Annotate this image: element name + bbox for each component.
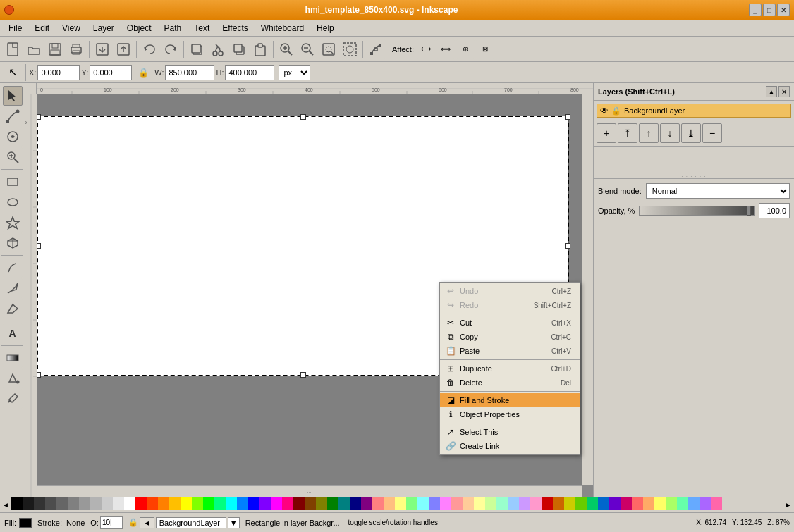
ctx-create-link[interactable]: 🔗 Create Link bbox=[440, 439, 580, 453]
palette-color-cell[interactable] bbox=[440, 497, 451, 510]
ctx-duplicate[interactable]: ⊞ Duplicate Ctrl+D bbox=[440, 361, 580, 376]
ellipse-tool[interactable] bbox=[3, 192, 23, 212]
canvas-scroll-bottom[interactable]: ··· bbox=[37, 485, 582, 497]
palette-color-cell[interactable] bbox=[429, 497, 440, 510]
palette-color-cell[interactable] bbox=[463, 497, 474, 510]
menu-path[interactable]: Path bbox=[159, 22, 188, 35]
3dbox-tool[interactable] bbox=[3, 233, 23, 253]
palette-color-cell[interactable] bbox=[508, 497, 519, 510]
dropper-tool[interactable] bbox=[3, 389, 23, 409]
layers-panel-expand[interactable]: ▲ bbox=[766, 86, 777, 97]
zoom-tool[interactable] bbox=[3, 147, 23, 167]
maximize-button[interactable]: □ bbox=[763, 4, 776, 16]
affect-all-button[interactable]: ⊠ bbox=[476, 39, 494, 59]
ctx-delete[interactable]: 🗑 Delete Del bbox=[440, 376, 580, 390]
palette-color-cell[interactable] bbox=[485, 497, 496, 510]
layer-visibility-icon[interactable]: 👁 bbox=[600, 106, 609, 116]
import-button[interactable] bbox=[92, 39, 112, 59]
layer-lower-to-bottom-button[interactable]: ⤓ bbox=[681, 123, 701, 143]
palette-color-cell[interactable] bbox=[181, 497, 192, 510]
select-tool[interactable] bbox=[3, 86, 23, 106]
layer-lock-icon[interactable]: 🔒 bbox=[611, 106, 621, 116]
palette-color-cell[interactable] bbox=[417, 497, 429, 510]
palette-color-cell[interactable] bbox=[654, 497, 666, 510]
palette-color-cell[interactable] bbox=[192, 497, 203, 510]
star-tool[interactable] bbox=[3, 213, 23, 233]
palette-color-cell[interactable] bbox=[406, 497, 417, 510]
close-button[interactable]: ✕ bbox=[777, 4, 790, 16]
zoom-in-button[interactable] bbox=[276, 39, 296, 59]
palette-color-cell[interactable] bbox=[711, 497, 722, 510]
opacity-status-input[interactable] bbox=[100, 516, 123, 529]
layer-lower-button[interactable]: ↓ bbox=[660, 123, 680, 143]
save-button[interactable] bbox=[45, 39, 65, 59]
palette-color-cell[interactable] bbox=[214, 497, 226, 510]
palette-color-cell[interactable] bbox=[564, 497, 575, 510]
palette-color-cell[interactable] bbox=[169, 497, 181, 510]
paste-button[interactable] bbox=[250, 39, 270, 59]
palette-color-cell[interactable] bbox=[361, 497, 372, 510]
palette-color-cell[interactable] bbox=[700, 497, 711, 510]
palette-color-cell[interactable] bbox=[124, 497, 135, 510]
canvas-scroll-right[interactable] bbox=[582, 94, 593, 485]
print-button[interactable] bbox=[66, 39, 86, 59]
canvas-area[interactable]: 0 100 200 300 400 500 600 700 80 bbox=[25, 83, 593, 497]
palette-color-cell[interactable] bbox=[158, 497, 169, 510]
opacity-slider[interactable] bbox=[639, 206, 755, 216]
undo-button[interactable] bbox=[140, 39, 159, 59]
palette-color-cell[interactable] bbox=[305, 497, 316, 510]
palette-color-cell[interactable] bbox=[598, 497, 609, 510]
duplicate-button[interactable] bbox=[187, 39, 207, 59]
palette-color-cell[interactable] bbox=[79, 497, 90, 510]
palette-scroll-right[interactable]: ► bbox=[783, 497, 794, 513]
palette-color-cell[interactable] bbox=[271, 497, 282, 510]
menu-edit[interactable]: Edit bbox=[29, 22, 55, 35]
menu-object[interactable]: Object bbox=[121, 22, 157, 35]
ctx-select-this[interactable]: ↗ Select This bbox=[440, 425, 580, 439]
open-button[interactable] bbox=[24, 39, 44, 59]
layer-raise-button[interactable]: ↑ bbox=[639, 123, 659, 143]
layer-delete-button[interactable]: − bbox=[702, 123, 722, 143]
palette-color-cell[interactable] bbox=[451, 497, 463, 510]
palette-color-cell[interactable] bbox=[372, 497, 384, 510]
palette-color-cell[interactable] bbox=[102, 497, 113, 510]
palette-color-cell[interactable] bbox=[632, 497, 643, 510]
palette-color-cell[interactable] bbox=[338, 497, 350, 510]
export-button[interactable] bbox=[114, 39, 133, 59]
palette-color-cell[interactable] bbox=[384, 497, 395, 510]
palette-color-cell[interactable] bbox=[530, 497, 542, 510]
palette-color-cell[interactable] bbox=[327, 497, 338, 510]
ctx-cut[interactable]: ✂ Cut Ctrl+X bbox=[440, 316, 580, 330]
menu-help[interactable]: Help bbox=[311, 22, 340, 35]
ctx-paste[interactable]: 📋 Paste Ctrl+V bbox=[440, 344, 580, 358]
palette-color-cell[interactable] bbox=[282, 497, 293, 510]
palette-color-cell[interactable] bbox=[56, 497, 68, 510]
redo-button[interactable] bbox=[161, 39, 181, 59]
palette-color-cell[interactable] bbox=[68, 497, 79, 510]
affect-x-button[interactable]: ⟷ bbox=[417, 39, 435, 59]
palette-color-cell[interactable] bbox=[575, 497, 587, 510]
palette-color-cell[interactable] bbox=[113, 497, 124, 510]
menu-file[interactable]: File bbox=[3, 22, 28, 35]
cut-button[interactable] bbox=[208, 39, 228, 59]
ctx-copy[interactable]: ⧉ Copy Ctrl+C bbox=[440, 330, 580, 344]
pencil-tool[interactable] bbox=[3, 258, 23, 278]
palette-color-cell[interactable] bbox=[34, 497, 45, 510]
palette-color-cell[interactable] bbox=[395, 497, 406, 510]
palette-color-cell[interactable] bbox=[147, 497, 158, 510]
text-tool[interactable]: A bbox=[3, 323, 23, 343]
ctx-redo[interactable]: ↪ Redo Shift+Ctrl+Z bbox=[440, 298, 580, 312]
palette-scroll-left[interactable]: ◄ bbox=[0, 497, 11, 513]
gradient-tool[interactable] bbox=[3, 348, 23, 368]
palette-color-cell[interactable] bbox=[350, 497, 361, 510]
palette-color-cell[interactable] bbox=[226, 497, 237, 510]
calligraphy-tool[interactable] bbox=[3, 299, 23, 318]
palette-color-cell[interactable] bbox=[237, 497, 248, 510]
layer-dropdown[interactable]: ▼ bbox=[228, 517, 240, 528]
fill-color-swatch[interactable] bbox=[19, 518, 32, 528]
palette-color-cell[interactable] bbox=[90, 497, 102, 510]
palette-color-cell[interactable] bbox=[259, 497, 271, 510]
node-tool[interactable] bbox=[3, 106, 23, 126]
layers-panel-close[interactable]: ✕ bbox=[778, 86, 790, 97]
palette-color-cell[interactable] bbox=[587, 497, 598, 510]
